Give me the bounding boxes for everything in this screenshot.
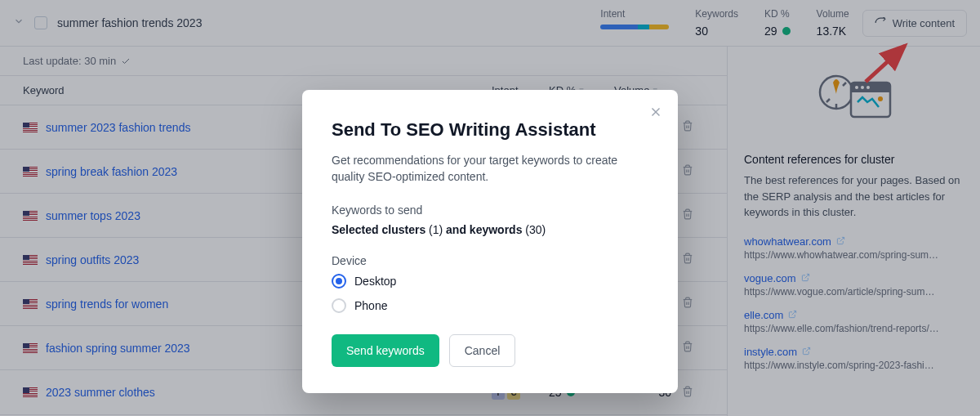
close-icon[interactable] [648, 105, 663, 123]
modal-overlay[interactable]: Send To SEO Writing Assistant Get recomm… [0, 0, 980, 416]
selection-summary: Selected clusters (1) and keywords (30) [332, 223, 648, 236]
radio-desktop[interactable]: Desktop [332, 274, 648, 289]
keywords-to-send-label: Keywords to send [332, 204, 648, 217]
send-keywords-button[interactable]: Send keywords [332, 334, 439, 367]
modal-title: Send To SEO Writing Assistant [332, 119, 648, 141]
radio-icon [332, 274, 346, 289]
modal-desc: Get recommendations for your target keyw… [332, 152, 648, 186]
cancel-button[interactable]: Cancel [449, 334, 516, 367]
device-label: Device [332, 254, 648, 267]
send-keywords-modal: Send To SEO Writing Assistant Get recomm… [302, 90, 678, 393]
radio-phone[interactable]: Phone [332, 298, 648, 313]
radio-icon [332, 298, 346, 313]
